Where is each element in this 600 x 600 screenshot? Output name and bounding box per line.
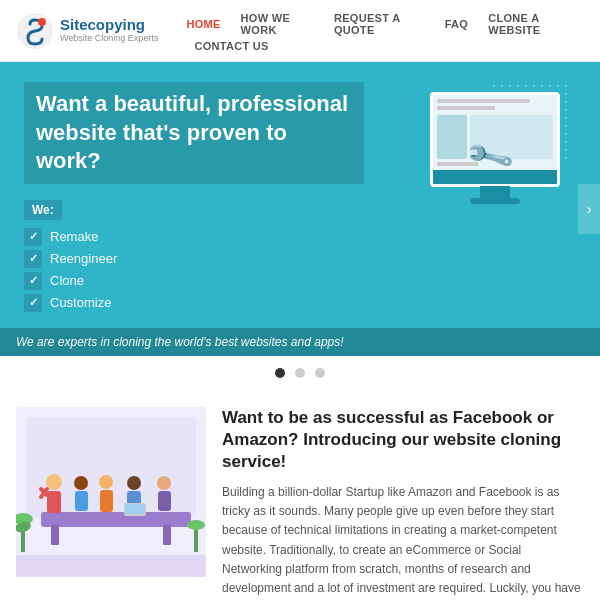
svg-rect-20 — [158, 491, 171, 511]
check-mark-3: ✓ — [29, 274, 38, 287]
content-section: Want to be as successful as Facebook or … — [0, 387, 600, 600]
logo: Sitecopying Website Cloning Experts — [16, 12, 158, 50]
slider-dots — [0, 356, 600, 387]
checklist-label-remake: Remake — [50, 229, 98, 244]
hero-title: Want a beautiful, professional website t… — [24, 82, 364, 184]
svg-point-25 — [187, 520, 205, 530]
svg-rect-18 — [125, 504, 145, 514]
meeting-illustration — [16, 407, 206, 577]
monitor-base — [470, 198, 520, 204]
monitor-stand — [480, 186, 510, 198]
checklist-label-reengineer: Reengineer — [50, 251, 117, 266]
section-heading: Want to be as successful as Facebook or … — [222, 407, 584, 473]
main-nav: HOME HOW WE WORK REQUEST A QUOTE FAQ CLO… — [178, 8, 584, 53]
section-body: Building a billion-dollar Startup like A… — [222, 483, 584, 600]
slider-dot-2[interactable] — [295, 368, 305, 378]
check-box-2: ✓ — [24, 250, 42, 268]
check-box-4: ✓ — [24, 294, 42, 312]
checklist-item-clone: ✓ Clone — [24, 272, 576, 290]
svg-rect-6 — [163, 525, 171, 545]
svg-rect-8 — [47, 491, 61, 513]
check-box-1: ✓ — [24, 228, 42, 246]
screen-line-2 — [437, 106, 495, 110]
slider-dot-3[interactable] — [315, 368, 325, 378]
nav-faq[interactable]: FAQ — [437, 14, 477, 34]
svg-rect-26 — [16, 555, 206, 577]
logo-icon — [16, 12, 54, 50]
header: Sitecopying Website Cloning Experts HOME… — [0, 0, 600, 62]
svg-rect-5 — [51, 525, 59, 545]
checklist-label-customize: Customize — [50, 295, 111, 310]
checklist-label-clone: Clone — [50, 273, 84, 288]
svg-rect-4 — [41, 512, 191, 527]
checklist-item-customize: ✓ Customize — [24, 294, 576, 312]
nav-request-quote[interactable]: REQUEST A QUOTE — [326, 8, 433, 40]
we-label: We: — [24, 200, 62, 220]
content-text: Want to be as successful as Facebook or … — [222, 407, 584, 600]
svg-point-15 — [127, 476, 141, 490]
hero-next-arrow[interactable]: › — [578, 184, 600, 234]
logo-name: Sitecopying — [60, 17, 158, 34]
meeting-scene-svg — [16, 407, 206, 577]
nav-clone-website[interactable]: CLONE A WEBSITE — [480, 8, 584, 40]
nav-home[interactable]: HOME — [178, 14, 228, 34]
svg-point-13 — [99, 475, 113, 489]
screen-line-1 — [437, 99, 530, 103]
svg-point-11 — [74, 476, 88, 490]
check-mark-4: ✓ — [29, 296, 38, 309]
svg-point-1 — [38, 18, 46, 26]
wire-left — [437, 115, 467, 159]
logo-sub: Website Cloning Experts — [60, 33, 158, 44]
logo-text: Sitecopying Website Cloning Experts — [60, 17, 158, 44]
svg-rect-12 — [75, 491, 88, 511]
svg-rect-14 — [100, 490, 113, 512]
nav-contact-us[interactable]: CONTACT US — [186, 36, 276, 56]
hero-banner: 🔧 Want a beautiful, professional website… — [0, 62, 600, 356]
slider-dot-1[interactable] — [275, 368, 285, 378]
svg-point-19 — [157, 476, 171, 490]
check-mark-2: ✓ — [29, 252, 38, 265]
check-box-3: ✓ — [24, 272, 42, 290]
hero-bottom-bar: We are experts in cloning the world's be… — [0, 328, 600, 356]
check-mark-1: ✓ — [29, 230, 38, 243]
hero-illustration: 🔧 — [350, 82, 570, 272]
